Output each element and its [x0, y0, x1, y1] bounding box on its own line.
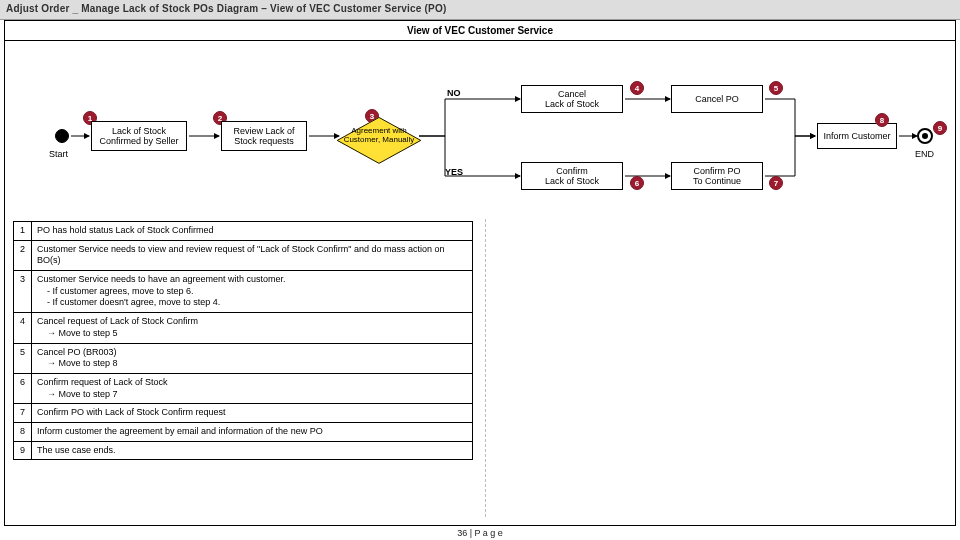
- step-num: 8: [14, 422, 32, 441]
- steps-table: 1PO has hold status Lack of Stock Confir…: [13, 221, 473, 460]
- badge-8: 8: [875, 113, 889, 127]
- step-num: 7: [14, 404, 32, 423]
- table-row: 2Customer Service needs to view and revi…: [14, 240, 473, 270]
- step-num: 2: [14, 240, 32, 270]
- page-title: Adjust Order _ Manage Lack of Stock POs …: [0, 0, 960, 20]
- task-inform-customer: Inform Customer: [817, 123, 897, 149]
- table-row: 3Customer Service needs to have an agree…: [14, 271, 473, 313]
- end-event: [917, 128, 933, 144]
- step-text: Confirm PO with Lack of Stock Confirm re…: [32, 404, 473, 423]
- page-footer: 36 | P a g e: [0, 528, 960, 540]
- end-label: END: [915, 149, 934, 159]
- pool-header: View of VEC Customer Service: [5, 21, 955, 41]
- branch-yes-label: YES: [445, 167, 463, 177]
- task-lack-of-stock-confirmed: Lack of Stock Confirmed by Seller: [91, 121, 187, 151]
- branch-no-label: NO: [447, 88, 461, 98]
- badge-5: 5: [769, 81, 783, 95]
- step-num: 3: [14, 271, 32, 313]
- badge-4: 4: [630, 81, 644, 95]
- step-text: Inform customer the agreement by email a…: [32, 422, 473, 441]
- step-num: 6: [14, 373, 32, 403]
- task-confirm-los: Confirm Lack of Stock: [521, 162, 623, 190]
- task-cancel-po: Cancel PO: [671, 85, 763, 113]
- diagram-frame: View of VEC Customer Service: [4, 20, 956, 526]
- step-text: Cancel request of Lack of Stock Confirm→…: [32, 313, 473, 343]
- step-num: 9: [14, 441, 32, 460]
- step-num: 1: [14, 222, 32, 241]
- task-confirm-po: Confirm PO To Continue: [671, 162, 763, 190]
- gateway-agreement-label: Agreement with Customer, Manually: [329, 114, 429, 158]
- step-text: PO has hold status Lack of Stock Confirm…: [32, 222, 473, 241]
- step-num: 5: [14, 343, 32, 373]
- vertical-separator: [485, 219, 486, 517]
- table-row: 8Inform customer the agreement by email …: [14, 422, 473, 441]
- badge-7: 7: [769, 176, 783, 190]
- step-text: The use case ends.: [32, 441, 473, 460]
- step-num: 4: [14, 313, 32, 343]
- table-row: 6Confirm request of Lack of Stock→ Move …: [14, 373, 473, 403]
- step-text: Customer Service needs to have an agreem…: [32, 271, 473, 313]
- start-event: [55, 129, 69, 143]
- step-text: Confirm request of Lack of Stock→ Move t…: [32, 373, 473, 403]
- table-row: 9The use case ends.: [14, 441, 473, 460]
- diagram-area: Start 1 Lack of Stock Confirmed by Selle…: [5, 41, 955, 211]
- start-label: Start: [49, 149, 68, 159]
- badge-6: 6: [630, 176, 644, 190]
- task-cancel-los: Cancel Lack of Stock: [521, 85, 623, 113]
- badge-9: 9: [933, 121, 947, 135]
- step-text: Customer Service needs to view and revie…: [32, 240, 473, 270]
- task-review-requests: Review Lack of Stock requests: [221, 121, 307, 151]
- table-row: 5Cancel PO (BR003)→ Move to step 8: [14, 343, 473, 373]
- table-row: 7Confirm PO with Lack of Stock Confirm r…: [14, 404, 473, 423]
- step-text: Cancel PO (BR003)→ Move to step 8: [32, 343, 473, 373]
- table-row: 1PO has hold status Lack of Stock Confir…: [14, 222, 473, 241]
- table-row: 4Cancel request of Lack of Stock Confirm…: [14, 313, 473, 343]
- gateway-agreement: Agreement with Customer, Manually: [339, 124, 419, 148]
